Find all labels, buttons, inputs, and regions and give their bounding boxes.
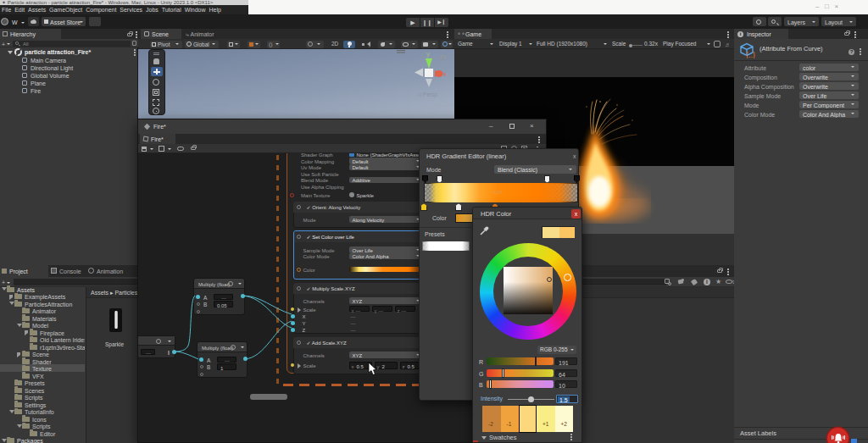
svg-text:y: y xyxy=(426,50,430,58)
svg-text:{..}: {..} xyxy=(746,51,755,58)
svg-text:x: x xyxy=(443,71,447,77)
